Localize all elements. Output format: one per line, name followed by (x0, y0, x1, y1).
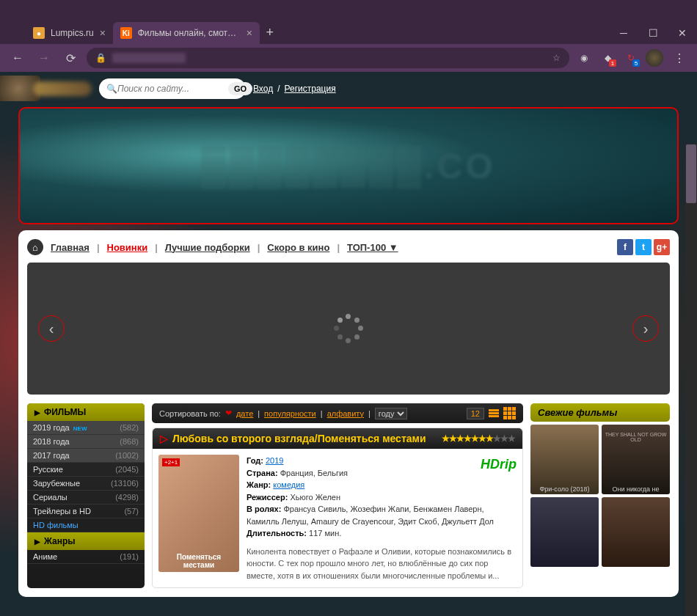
banner-suffix: .CO (424, 147, 495, 186)
fresh-heading: Свежие фильмы (530, 403, 670, 422)
sort-bar: Сортировать по: ❤ дате | популярности | … (152, 403, 523, 423)
movie-info: HDrip Год: 2019 Страна: Франция, Бельгия… (247, 455, 517, 582)
browser-tab-active[interactable]: Ki Фильмы онлайн, смотреть бесп × (113, 22, 260, 44)
new-tab-button[interactable]: + (260, 22, 280, 43)
star-icon[interactable]: ☆ (552, 53, 561, 63)
sort-alpha[interactable]: алфавиту (327, 409, 364, 418)
minimize-button[interactable]: ─ (609, 22, 638, 44)
address-bar: ← → ⟳ 🔒 ☆ ◉ ◆1 ↻5 ⋮ (0, 44, 697, 72)
close-icon[interactable]: × (247, 27, 252, 39)
profile-avatar[interactable] (646, 49, 663, 67)
sidebar-item[interactable]: 2018 года(868) (27, 435, 145, 449)
facebook-icon[interactable]: f (617, 239, 633, 255)
quality-badge: HDrip (481, 455, 517, 474)
sidebar-item[interactable]: Зарубежные(13106) (27, 477, 145, 491)
sort-date[interactable]: дате (236, 409, 253, 418)
view-list-icon[interactable] (489, 409, 499, 417)
site-logo-text (33, 81, 92, 96)
sidebar-item[interactable]: Трейлеры в HD(57) (27, 505, 145, 518)
register-link[interactable]: Регистрация (285, 84, 336, 94)
slider-next-button[interactable]: › (632, 315, 659, 342)
heart-icon: ❤ (225, 408, 232, 418)
sidebar: ФИЛЬМЫ 2019 года NEW(582) 2018 года(868)… (27, 403, 145, 588)
home-icon[interactable]: ⌂ (27, 239, 43, 255)
nav-best[interactable]: Лучшие подборки (161, 242, 255, 253)
fresh-item[interactable]: THEY SHALL NOT GROW OLDОни никогда не (602, 425, 670, 494)
window-titlebar: ● Lumpics.ru × Ki Фильмы онлайн, смотрет… (0, 0, 697, 44)
view-grid-icon[interactable] (503, 407, 516, 419)
slider-prev-button[interactable]: ‹ (38, 315, 65, 342)
sidebar-heading-films: ФИЛЬМЫ (27, 403, 145, 421)
loading-spinner-icon (334, 314, 363, 343)
sidebar-item[interactable]: 2017 года(1002) (27, 449, 145, 463)
fresh-item[interactable] (530, 497, 599, 567)
sidebar-item[interactable]: Аниме(191) (27, 550, 145, 564)
tab-title: Lumpics.ru (51, 28, 94, 38)
forward-button[interactable]: → (34, 48, 54, 68)
movie-title[interactable]: Любовь со второго взгляда/Поменяться мес… (172, 433, 426, 444)
movie-description: Кинолента повествует о Рафаэле и Оливии,… (247, 546, 517, 582)
search-go-button[interactable]: GO (228, 82, 252, 95)
browser-tab-lumpics[interactable]: ● Lumpics.ru × (26, 22, 113, 44)
search-icon: 🔍 (106, 84, 117, 94)
nav-new[interactable]: Новинки (103, 242, 153, 253)
nav-soon[interactable]: Скоро в кино (263, 242, 334, 253)
nav-top[interactable]: ТОП-100 ▼ (343, 242, 403, 253)
fresh-item[interactable]: Фри-соло (2018) (530, 425, 599, 494)
extension-icon[interactable]: ◆1 (599, 49, 616, 67)
fresh-movies: Свежие фильмы Фри-соло (2018) THEY SHALL… (530, 403, 670, 588)
sort-pop[interactable]: популярности (264, 409, 316, 418)
login-link[interactable]: Вход (253, 84, 273, 94)
extension-icon[interactable]: ↻5 (622, 49, 640, 67)
sidebar-item[interactable]: 2019 года NEW(582) (27, 421, 145, 435)
close-icon[interactable]: × (100, 27, 106, 39)
scrollbar[interactable] (685, 144, 697, 616)
favicon-icon: Ki (120, 27, 132, 39)
hero-slider: ‹ › (27, 263, 670, 395)
per-page[interactable]: 12 (467, 408, 484, 419)
tab-title: Фильмы онлайн, смотреть бесп (138, 28, 241, 38)
favicon-icon: ● (33, 27, 45, 39)
maximize-button[interactable]: ☐ (638, 22, 668, 44)
hero-banner[interactable]: ████████.CO (18, 107, 679, 224)
back-button[interactable]: ← (7, 48, 28, 68)
sidebar-item[interactable]: Русские(2045) (27, 463, 145, 477)
menu-button[interactable]: ⋮ (669, 48, 690, 68)
url-text (112, 53, 186, 63)
movie-card: ▷ Любовь со второго взгляда/Поменяться м… (152, 428, 523, 588)
nav-home[interactable]: Главная (46, 242, 94, 253)
movie-year-link[interactable]: 2019 (266, 456, 283, 465)
sidebar-heading-genres: Жанры (27, 532, 145, 550)
sort-year-select[interactable]: году (375, 408, 407, 419)
fresh-item[interactable] (602, 497, 670, 567)
gplus-icon[interactable]: g+ (654, 239, 670, 255)
sidebar-item[interactable]: HD фильмы (27, 518, 145, 532)
url-input[interactable]: 🔒 ☆ (87, 48, 569, 68)
movie-genre-link[interactable]: комедия (273, 480, 304, 489)
search-box: 🔍 GO (99, 78, 246, 99)
sidebar-item[interactable]: Сериалы(4298) (27, 491, 145, 505)
extension-icon[interactable]: ◉ (575, 49, 593, 67)
rating-stars[interactable]: ★★★★★★★★★★ (442, 433, 515, 444)
search-input[interactable] (117, 84, 228, 94)
movie-poster[interactable]: +2+1 Поменяться местами (158, 455, 239, 572)
twitter-icon[interactable]: t (635, 239, 652, 255)
play-icon: ▷ (160, 433, 168, 444)
reload-button[interactable]: ⟳ (60, 48, 81, 68)
main-nav: ⌂ Главная| Новинки| Лучшие подборки| Ско… (27, 239, 670, 255)
close-button[interactable]: ✕ (668, 22, 697, 44)
lock-icon: 🔒 (95, 53, 106, 63)
